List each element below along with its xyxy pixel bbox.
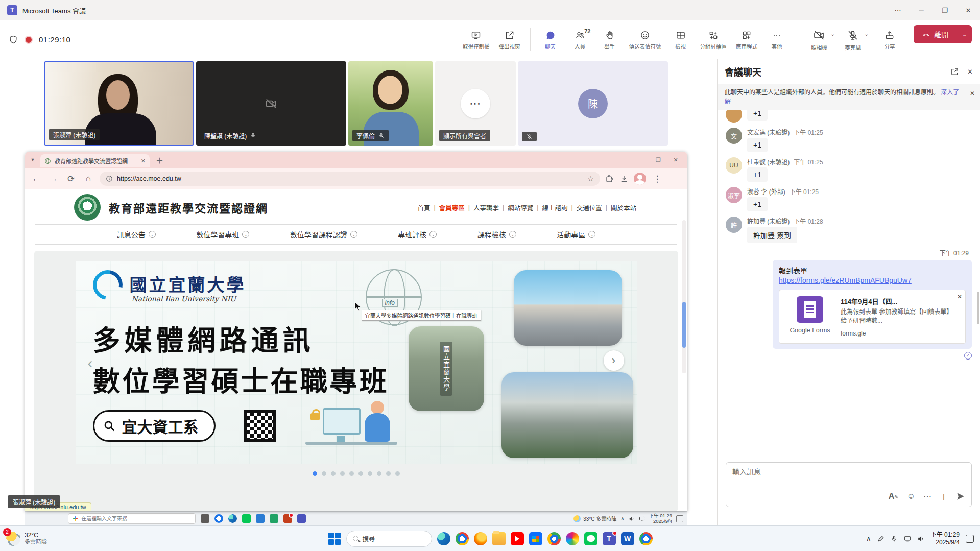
back-icon[interactable]: ← xyxy=(30,174,42,184)
home-icon[interactable]: ⌂ xyxy=(82,174,94,184)
notice-close-icon[interactable]: ✕ xyxy=(970,89,975,98)
carousel-dot[interactable] xyxy=(395,471,400,476)
close-icon[interactable]: ✕ xyxy=(957,0,980,20)
breakout-rooms-button[interactable]: 分組討論區 xyxy=(696,25,732,53)
tab-close-icon[interactable]: ✕ xyxy=(141,158,146,164)
firefox-icon[interactable] xyxy=(474,532,487,545)
file-explorer-icon[interactable] xyxy=(492,532,506,545)
weather-widget[interactable]: 2 32°C 多雲時陰 xyxy=(6,532,47,546)
bookmark-star-icon[interactable]: ☆ xyxy=(587,175,594,183)
participant-tile-initial[interactable]: 陳 xyxy=(518,61,668,146)
view-button[interactable]: 檢視 xyxy=(666,25,696,53)
tray-chevron-icon[interactable]: ∧ xyxy=(620,516,624,521)
menu-item[interactable]: 專班評核⌄ xyxy=(398,229,437,239)
close-chat-icon[interactable]: ✕ xyxy=(967,68,973,76)
message-extensions-icon[interactable]: ⋯ xyxy=(923,492,931,501)
new-tab-icon[interactable]: ＋ xyxy=(153,155,166,165)
start-button[interactable] xyxy=(328,532,341,545)
chrome-profile-icon[interactable] xyxy=(547,532,561,545)
browser-restore-icon[interactable]: ❐ xyxy=(650,153,667,167)
leave-options-chevron-icon[interactable]: ⌄ xyxy=(957,25,972,43)
mic-button[interactable]: ⌄ 麥克風 xyxy=(836,25,870,54)
participant-tile-photo[interactable]: 李佩倫 xyxy=(348,61,433,146)
teams-icon[interactable] xyxy=(297,514,306,523)
edge-icon[interactable] xyxy=(228,514,237,523)
app-icon[interactable] xyxy=(256,514,265,523)
menu-item[interactable]: 訊息公告⌄ xyxy=(117,229,156,239)
chrome-icon[interactable] xyxy=(639,532,653,545)
people-button[interactable]: 72 人員 xyxy=(565,25,595,53)
titlebar-more-icon[interactable]: ⋯ xyxy=(886,0,910,20)
carousel-dot[interactable] xyxy=(313,471,317,476)
popout-window-button[interactable]: 彈出視窗 xyxy=(494,25,525,53)
taskbar-clock[interactable]: 下午 01:29 2025/9/4 xyxy=(930,531,960,546)
youtube-icon[interactable] xyxy=(511,532,524,545)
download-icon[interactable] xyxy=(619,174,629,183)
shared-weather[interactable]: 33°C 多雲時陣 xyxy=(573,515,616,522)
stylus-icon[interactable] xyxy=(877,535,885,542)
chrome-icon[interactable] xyxy=(456,532,469,545)
address-bar[interactable]: ☆ xyxy=(100,172,600,186)
tray-chevron-icon[interactable]: ∧ xyxy=(866,535,871,542)
menu-item[interactable]: 活動專區⌄ xyxy=(557,229,595,239)
camera-options-chevron-icon[interactable]: ⌄ xyxy=(831,31,835,37)
forms-link[interactable]: https://forms.gle/ezRUmBpmAFUBguUw7 xyxy=(779,276,966,284)
camera-button[interactable]: ⌄ 照相機 xyxy=(802,25,836,54)
popout-chat-icon[interactable] xyxy=(950,67,959,76)
maximize-icon[interactable]: ❐ xyxy=(933,0,957,20)
reactions-button[interactable]: 傳送表情符號 xyxy=(625,25,666,53)
photos-icon[interactable] xyxy=(566,532,579,545)
app-icon[interactable] xyxy=(201,514,209,523)
carousel-dot[interactable] xyxy=(368,471,372,476)
carousel-next-icon[interactable]: › xyxy=(604,350,624,371)
site-link[interactable]: 首頁 xyxy=(417,203,430,212)
mic-options-chevron-icon[interactable]: ⌄ xyxy=(865,31,869,37)
taskbar-search[interactable]: 搜尋 xyxy=(346,531,432,547)
browser-profile-avatar[interactable] xyxy=(634,173,646,185)
page-scrollbar-thumb[interactable] xyxy=(682,302,686,348)
powerpoint-icon[interactable] xyxy=(283,514,292,523)
teams-icon[interactable]: T xyxy=(603,532,616,545)
site-info-icon[interactable] xyxy=(106,175,113,182)
site-link[interactable]: 交通位置 xyxy=(577,203,602,212)
send-icon[interactable] xyxy=(956,492,965,501)
notification-icon[interactable] xyxy=(676,515,683,522)
carousel-prev-icon[interactable]: ‹ xyxy=(88,354,93,372)
display-icon[interactable] xyxy=(639,516,645,522)
forward-icon[interactable]: → xyxy=(47,174,60,184)
chrome-icon[interactable] xyxy=(214,514,223,523)
menu-item[interactable]: 課程檢核⌄ xyxy=(477,229,516,239)
tab-list-chevron-icon[interactable]: ▼ xyxy=(28,155,37,164)
carousel-dot[interactable] xyxy=(322,471,326,476)
line-icon[interactable] xyxy=(584,532,597,545)
attach-plus-icon[interactable]: ＋ xyxy=(940,490,948,502)
participant-tile-camera-off[interactable]: 陳聖讚 (未驗證) xyxy=(196,61,346,146)
show-all-participants-tile[interactable]: ⋯ 顯示所有與會者 xyxy=(435,61,516,146)
share-button[interactable]: 分享 xyxy=(875,25,904,53)
app-icon[interactable] xyxy=(270,514,278,523)
site-link[interactable]: 線上諮詢 xyxy=(542,203,567,212)
edge-icon[interactable] xyxy=(437,532,450,545)
carousel-dot[interactable] xyxy=(386,471,391,476)
shared-clock[interactable]: 下午 01:29 2025/9/4 xyxy=(649,513,672,524)
browser-close-icon[interactable]: ✕ xyxy=(667,153,684,167)
menu-item[interactable]: 數位學習專班⌄ xyxy=(196,229,249,239)
browser-tab[interactable]: 教育部遠距教學交流暨認證網 ✕ xyxy=(40,154,150,167)
chat-scrollbar-thumb[interactable] xyxy=(977,292,979,324)
carousel-dot[interactable] xyxy=(358,471,363,476)
mic-status-icon[interactable] xyxy=(891,535,898,542)
carousel-dot[interactable] xyxy=(340,471,345,476)
chat-button[interactable]: 聊天 xyxy=(536,25,565,53)
shared-search-box[interactable] xyxy=(68,513,196,524)
more-actions-button[interactable]: 其他 xyxy=(762,25,792,53)
carousel-dot[interactable] xyxy=(377,471,381,476)
apps-button[interactable]: 應用程式 xyxy=(731,25,762,53)
line-icon[interactable] xyxy=(242,514,251,523)
emoji-icon[interactable]: ☺ xyxy=(907,492,915,501)
link-preview-card[interactable]: Google Forms 114年9月4日（四... 此為報到表單 參加教師填寫… xyxy=(779,290,966,344)
menu-item[interactable]: 數位學習課程認證⌄ xyxy=(290,229,357,239)
department-button[interactable]: 宜大資工系 xyxy=(93,410,216,442)
reload-icon[interactable]: ⟳ xyxy=(65,174,77,184)
site-link[interactable]: 網站導覽 xyxy=(508,203,533,212)
carousel-dot[interactable] xyxy=(349,471,354,476)
